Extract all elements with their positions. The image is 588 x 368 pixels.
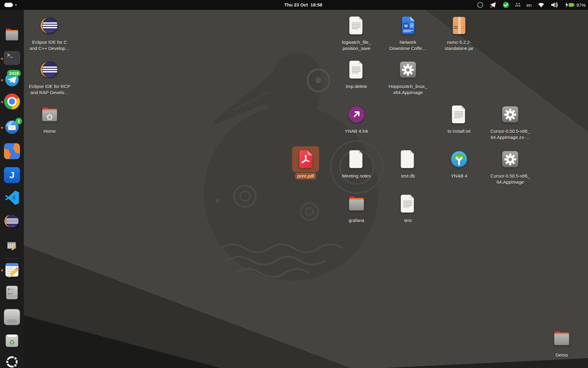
desktop-icon-label: Eclipse IDE for C and C++ Develop…: [27, 39, 72, 52]
running-dot-terminal: [1, 58, 3, 60]
desktop-icon-label: test: [402, 217, 414, 224]
desktop-icon-eclipse-c[interactable]: Eclipse IDE for C and C++ Develop…: [25, 13, 74, 52]
desktop-icon-label: Eclipse IDE for RCP and RAP Develo…: [27, 83, 72, 96]
running-dot-text-editor: [1, 269, 3, 271]
chrome-icon: [4, 94, 20, 109]
desktop-icon-label: Home: [41, 128, 58, 135]
desktop-icon-home[interactable]: Home: [25, 102, 74, 135]
desktop-icon-label: YNAB 4: [449, 173, 469, 179]
desktop-icon-label: logwatch_file_ position_save: [340, 39, 373, 52]
desktop-icon-to-install[interactable]: to install.txt: [435, 102, 484, 135]
battery-charging-icon: [564, 2, 575, 8]
running-dot-telegram: [1, 79, 3, 81]
desktop-icon-ynab4-lnk[interactable]: YNAB 4.lnk: [332, 102, 381, 135]
volume-icon[interactable]: [551, 2, 559, 8]
dock-ssd-drive[interactable]: SSD: [4, 309, 20, 325]
desktop: W: [0, 0, 588, 368]
desktop-icon-label: grafana: [347, 217, 367, 224]
dock-joplin[interactable]: J: [4, 167, 20, 183]
desktop-icon-nxmc-jar[interactable]: nxmc-5.2.2- standalone.jar: [435, 13, 484, 52]
joplin-icon: J: [4, 167, 20, 183]
dock-separator: [5, 258, 19, 259]
dock-chrome[interactable]: [4, 94, 20, 109]
desktop-icon-label: print.pdf: [295, 173, 316, 179]
dock-ubuntu-logo[interactable]: [4, 354, 20, 368]
pinwheel-icon: [4, 143, 20, 159]
desktop-icon-meeting-notes[interactable]: Meeting notes: [332, 146, 381, 179]
battery-indicator[interactable]: 97%: [564, 2, 586, 8]
desktop-icon-label: Network Downtime Coffe…: [387, 39, 428, 52]
ssd-label: SSD: [7, 318, 17, 324]
desktop-icon-label: tmp.delete: [344, 83, 369, 90]
dock-eclipse[interactable]: [4, 213, 20, 229]
desktop-icon-label: Cursor-0.50.5-x86_ 64.AppImage.zs-…: [488, 128, 532, 140]
system-tray: en 97%: [477, 0, 586, 10]
desktop-icon-network-downtime[interactable]: Network Downtime Coffe…: [383, 13, 432, 52]
dock-cell-editor[interactable]: [6, 240, 18, 252]
dock-disk-drive[interactable]: [4, 285, 20, 301]
desktop-icon-cursor-zs[interactable]: Cursor-0.50.5-x86_ 64.AppImage.zs-…: [486, 102, 535, 140]
desktop-icon-label: to install.txt: [445, 128, 473, 135]
dock-text-editor[interactable]: [4, 262, 20, 278]
workspace-indicator-active[interactable]: [4, 3, 13, 7]
desktop-icon-eclipse-rcp[interactable]: Eclipse IDE for RCP and RAP Develo…: [25, 57, 74, 96]
workspace-indicator-dot[interactable]: [15, 4, 17, 6]
dock-telegram[interactable]: 2418: [4, 72, 20, 88]
desktop-icon-label: Demo: [553, 352, 570, 358]
wifi-icon[interactable]: [537, 2, 545, 8]
desktop-icon-label: nxmc-5.2.2- standalone.jar: [443, 39, 476, 52]
running-dot-chrome: [1, 101, 3, 103]
desktop-icon-cursor-appimage[interactable]: Cursor-0.50.5-x86_ 64.AppImage: [486, 146, 535, 185]
telegram-tray-icon[interactable]: [489, 2, 497, 8]
ssd-icon: SSD: [4, 309, 20, 325]
desktop-icon-label: YNAB 4.lnk: [343, 128, 371, 135]
dock-trash[interactable]: [4, 333, 20, 349]
desktop-icon-demo[interactable]: Demo: [537, 325, 586, 358]
clock[interactable]: Thu 23 Oct 18:58: [284, 0, 322, 10]
dock: >_ 2418 2 J SSD: [0, 10, 24, 368]
sync-check-icon[interactable]: [503, 2, 509, 8]
keyboard-layout-indicator[interactable]: en: [526, 2, 532, 8]
screen-record-ring-icon[interactable]: [477, 2, 484, 8]
desktop-icon-label: Meeting notes: [340, 173, 373, 179]
battery-percent: 97%: [576, 2, 586, 8]
dock-vscode[interactable]: [4, 190, 20, 205]
terminal-icon: >_: [4, 51, 20, 65]
desktop-icon-test[interactable]: test: [383, 191, 432, 224]
desktop-icon-logwatch[interactable]: logwatch_file_ position_save: [332, 13, 381, 52]
desktop-icon-print-pdf[interactable]: print.pdf: [281, 146, 330, 179]
dock-sync-pinwheel[interactable]: [4, 143, 20, 159]
desktop-icon-grafana[interactable]: grafana: [332, 191, 381, 224]
dock-terminal[interactable]: >_: [4, 50, 20, 66]
desktop-icon-label: Cursor-0.50.5-x86_ 64.AppImage: [488, 173, 532, 185]
desktop-icon-label: test.db: [399, 173, 417, 179]
desktop-icon-tmp-delete[interactable]: tmp.delete: [332, 57, 381, 90]
dock-files[interactable]: [4, 27, 20, 43]
top-bar: Thu 23 Oct 18:58 en 97%: [0, 0, 588, 10]
joplin-letter: J: [9, 170, 15, 180]
telegram-unread-badge: 2418: [7, 70, 21, 77]
desktop-icon-test-db[interactable]: test.db: [383, 146, 432, 179]
running-dot-thunderbird: [1, 127, 3, 129]
thunderbird-unread-badge: 2: [15, 118, 22, 125]
desktop-icon-ynab4[interactable]: YNAB 4: [435, 146, 484, 179]
indicator-dots-icon[interactable]: [515, 2, 521, 8]
terminal-glyph: >_: [7, 53, 13, 58]
desktop-icon-label: Hoppscotch_linux_ x64.AppImage: [386, 83, 430, 96]
dock-thunderbird[interactable]: 2: [4, 119, 20, 135]
desktop-icon-hoppscotch[interactable]: Hoppscotch_linux_ x64.AppImage: [383, 57, 432, 96]
